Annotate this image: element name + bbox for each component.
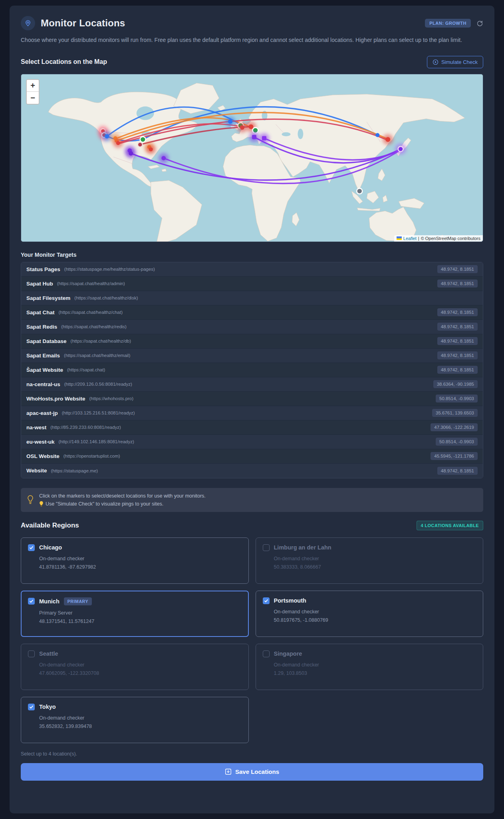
region-checkbox[interactable]: [28, 544, 35, 551]
map-marker[interactable]: [161, 156, 166, 160]
target-name: Sapat Database: [26, 338, 67, 344]
map-marker[interactable]: [228, 119, 232, 124]
osm-attribution: © OpenStreetMap contributors: [421, 236, 480, 241]
map[interactable]: + − Leaflet | © OpenStreetMap contributo…: [21, 74, 483, 242]
region-name: Chicago: [39, 544, 62, 551]
target-coords-badge: 48.9742, 8.1851: [437, 308, 478, 316]
regions-heading: Available Regions: [21, 522, 79, 529]
ukraine-flag-icon: [397, 236, 402, 240]
map-marker[interactable]: [129, 151, 133, 155]
target-row: na-west (http://85.239.233.60:8081/ready…: [21, 420, 483, 435]
region-card[interactable]: Tokyo On-demand checker 35.652832, 139.8…: [21, 697, 249, 743]
region-checkbox[interactable]: [263, 650, 270, 657]
target-url: (https://sapat.chat/healthz/admin): [57, 281, 125, 286]
map-marker[interactable]: [138, 142, 143, 147]
save-icon: [225, 768, 232, 775]
target-row: Sapat Redis (https://sapat.chat/healthz/…: [21, 320, 483, 334]
bulb-emoji-icon: [39, 501, 44, 507]
region-card[interactable]: Munich PRIMARY Primary Server 48.1371541…: [21, 591, 249, 637]
map-marker[interactable]: [398, 146, 403, 151]
target-row: apac-east-jp (http://103.125.216.51:8081…: [21, 406, 483, 420]
tip-line-1: Click on the markers to select/deselect …: [39, 492, 206, 500]
target-row: Sapat Chat (https://sapat.chat/healthz/c…: [21, 305, 483, 320]
region-type: On-demand checker: [274, 556, 476, 561]
target-url: (https://sapat.chat): [67, 367, 105, 372]
target-coords-badge: 48.9742, 8.1851: [437, 337, 478, 345]
target-name: WhoHosts.pro Website: [26, 396, 85, 402]
target-coords-badge: 48.9742, 8.1851: [437, 265, 478, 273]
target-coords-badge: 48.9742, 8.1851: [437, 366, 478, 374]
region-name: Limburg an der Lahn: [274, 544, 331, 551]
target-coords-badge: 48.9742, 8.1851: [437, 280, 478, 288]
map-marker[interactable]: [240, 125, 244, 130]
target-name: Sapat Emails: [26, 353, 60, 359]
region-name: Singapore: [274, 650, 302, 657]
region-card[interactable]: Chicago On-demand checker 41.8781136, -8…: [21, 537, 249, 584]
map-marker[interactable]: [357, 188, 362, 194]
target-row: Sapat Database (https://sapat.chat/healt…: [21, 334, 483, 349]
target-row: WhoHosts.pro Website (https://whohosts.p…: [21, 392, 483, 406]
target-row: eu-west-uk (http://149.102.146.185:8081/…: [21, 435, 483, 449]
target-coords-badge: 50.8514, -0.9903: [436, 438, 478, 446]
plan-badge: PLAN: GROWTH: [425, 19, 471, 28]
region-checkbox[interactable]: [28, 650, 35, 657]
zoom-in-button[interactable]: +: [27, 80, 39, 92]
region-coords: 47.6062095, -122.3320708: [39, 670, 242, 676]
target-coords-badge: 48.9742, 8.1851: [437, 351, 478, 359]
map-marker[interactable]: [262, 136, 266, 140]
region-name: Tokyo: [39, 704, 56, 710]
lightbulb-icon: [26, 495, 34, 505]
target-name: Status Pages: [26, 266, 60, 272]
target-name: apac-east-jp: [26, 410, 58, 416]
region-checkbox[interactable]: [28, 598, 35, 605]
region-name: Munich: [39, 598, 60, 605]
zoom-out-button[interactable]: −: [27, 92, 39, 104]
target-name: OSL Website: [26, 453, 60, 459]
region-type: Primary Server: [39, 610, 242, 616]
map-marker[interactable]: [252, 135, 256, 139]
targets-list: Status Pages (https://statuspage.me/heal…: [21, 262, 483, 478]
leaflet-link[interactable]: Leaflet: [403, 236, 417, 241]
region-card[interactable]: Portsmouth On-demand checker 50.8197675,…: [256, 591, 484, 637]
region-card[interactable]: Singapore On-demand checker 1.29, 103.85…: [256, 644, 484, 690]
map-marker[interactable]: [140, 137, 146, 142]
targets-heading: Your Monitor Targets: [21, 252, 483, 258]
region-name: Seattle: [39, 650, 58, 657]
target-coords-badge: 48.9742, 8.1851: [437, 467, 478, 475]
region-card[interactable]: Limburg an der Lahn On-demand checker 50…: [256, 537, 484, 584]
map-attribution: Leaflet | © OpenStreetMap contributors: [394, 235, 483, 242]
target-row: Status Pages (https://statuspage.me/heal…: [21, 262, 483, 277]
region-coords: 41.8781136, -87.6297982: [39, 564, 242, 570]
map-marker[interactable]: [249, 124, 254, 129]
target-name: na-west: [26, 424, 46, 430]
refresh-icon[interactable]: [476, 20, 483, 27]
target-url: (http://103.125.216.51:8081/readyz): [62, 410, 135, 415]
region-checkbox[interactable]: [28, 704, 35, 710]
map-marker[interactable]: [385, 137, 390, 142]
map-marker[interactable]: [149, 147, 153, 151]
world-map: [21, 74, 483, 242]
map-section-heading: Select Locations on the Map: [21, 58, 107, 65]
target-name: Šapat Website: [26, 367, 63, 373]
map-marker[interactable]: [105, 134, 109, 138]
map-marker[interactable]: [116, 141, 120, 145]
region-coords: 48.1371541, 11.5761247: [39, 619, 242, 624]
save-locations-button[interactable]: Save Locations: [21, 763, 483, 781]
tip-line-2: Use "Simulate Check" to visualize pings …: [46, 500, 163, 508]
region-type: On-demand checker: [274, 609, 476, 615]
region-checkbox[interactable]: [263, 597, 270, 604]
play-circle-icon: [433, 59, 439, 65]
region-checkbox[interactable]: [263, 544, 270, 551]
header: Monitor Locations PLAN: GROWTH: [21, 16, 483, 30]
region-card[interactable]: Seattle On-demand checker 47.6062095, -1…: [21, 644, 249, 690]
region-coords: 1.29, 103.8503: [274, 670, 476, 676]
target-url: (https://sapat.chat/healthz/db): [71, 339, 131, 343]
simulate-check-button[interactable]: Simulate Check: [427, 56, 483, 68]
target-row: na-central-us (http://209.126.0.56:8081/…: [21, 377, 483, 392]
locations-available-badge: 4 LOCATIONS AVAILABLE: [417, 521, 484, 530]
target-coords-badge: 45.5945, -121.1786: [431, 452, 478, 460]
target-name: Sapat Chat: [26, 309, 55, 315]
map-marker[interactable]: [375, 133, 379, 137]
selection-limit-note: Select up to 4 location(s).: [21, 751, 483, 757]
region-cards-grid: Chicago On-demand checker 41.8781136, -8…: [21, 537, 483, 743]
